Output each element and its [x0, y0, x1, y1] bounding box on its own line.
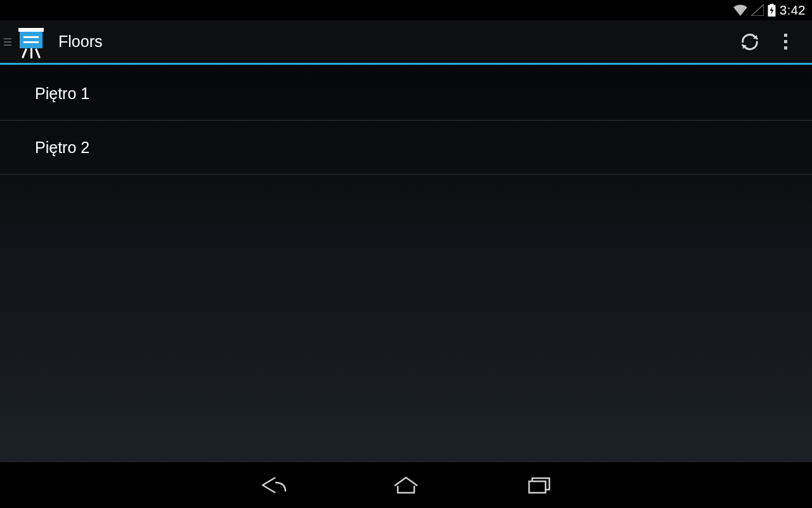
floor-list-item[interactable]: Piętro 1	[0, 67, 812, 121]
wifi-icon	[733, 4, 747, 16]
floor-list-item[interactable]: Piętro 2	[0, 121, 812, 175]
floor-label: Piętro 1	[35, 84, 89, 103]
nav-recents-button[interactable]	[520, 469, 558, 501]
status-clock: 3:42	[780, 3, 806, 18]
action-bar: Floors	[0, 20, 812, 65]
content-area: Piętro 1 Piętro 2	[0, 67, 812, 462]
cell-signal-icon	[751, 4, 764, 16]
svg-rect-1	[770, 4, 774, 5]
nav-home-button[interactable]	[387, 469, 425, 501]
svg-rect-2	[529, 481, 546, 493]
refresh-button[interactable]	[732, 25, 768, 59]
overflow-menu-button[interactable]	[768, 25, 803, 59]
system-nav-bar	[0, 462, 812, 508]
app-icon[interactable]	[14, 25, 48, 59]
page-title: Floors	[58, 32, 102, 51]
drawer-indicator-icon[interactable]	[4, 38, 11, 46]
status-bar: 3:42	[0, 0, 812, 20]
floor-label: Piętro 2	[35, 138, 89, 157]
battery-charging-icon	[768, 4, 776, 17]
nav-back-button[interactable]	[254, 469, 292, 501]
